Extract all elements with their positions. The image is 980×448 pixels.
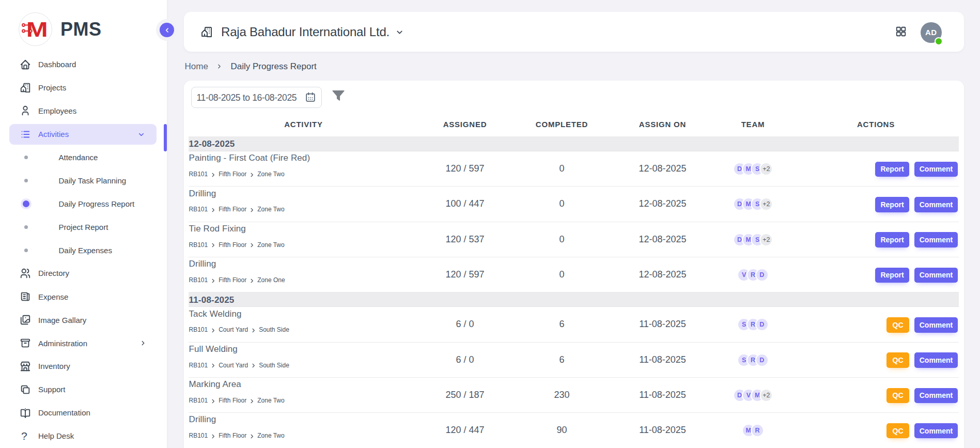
svg-text:M: M xyxy=(26,18,48,41)
